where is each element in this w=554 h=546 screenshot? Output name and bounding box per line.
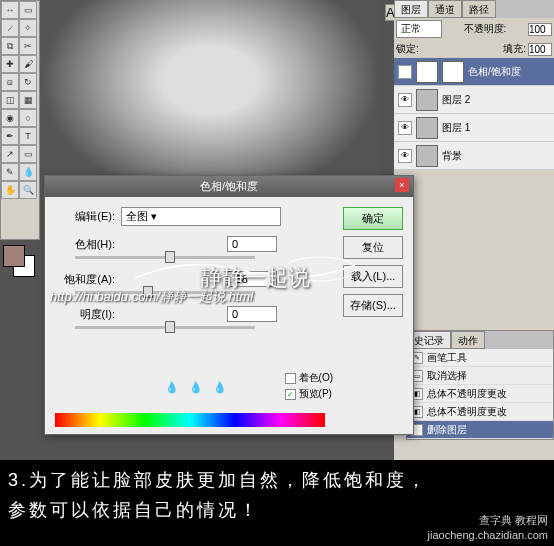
- blend-mode-select[interactable]: 正常: [396, 20, 442, 38]
- history-label: 总体不透明度更改: [427, 405, 507, 419]
- saturation-slider[interactable]: [75, 291, 255, 294]
- slider-thumb[interactable]: [165, 251, 175, 263]
- portrait-image: [40, 0, 380, 200]
- visibility-icon[interactable]: 👁: [398, 121, 412, 135]
- hue-spectrum-bar: [55, 413, 325, 427]
- gradient-tool[interactable]: ▦: [19, 91, 37, 109]
- opacity-input[interactable]: [528, 23, 552, 36]
- fill-label: 填充:: [503, 42, 526, 56]
- layer-row[interactable]: 👁 图层 1: [394, 114, 554, 142]
- history-item[interactable]: ◧总体不透明度更改: [407, 385, 553, 403]
- text-tool[interactable]: T: [19, 127, 37, 145]
- shape-tool[interactable]: ▭: [19, 145, 37, 163]
- colorize-checkbox[interactable]: [285, 373, 296, 384]
- lightness-input[interactable]: [227, 306, 277, 322]
- slider-thumb[interactable]: [165, 321, 175, 333]
- layer-row[interactable]: 👁 图层 2: [394, 86, 554, 114]
- layer-thumb[interactable]: [416, 89, 438, 111]
- crop-tool[interactable]: ⧉: [1, 37, 19, 55]
- eyedropper-minus-icon[interactable]: 💧: [213, 381, 229, 397]
- history-label: 总体不透明度更改: [427, 387, 507, 401]
- document-canvas[interactable]: [40, 0, 380, 200]
- fill-input[interactable]: [528, 43, 552, 56]
- layer-name: 图层 2: [442, 93, 470, 107]
- tab-paths[interactable]: 路径: [462, 0, 496, 18]
- history-item[interactable]: ◧总体不透明度更改: [407, 403, 553, 421]
- preview-checkbox[interactable]: ✓: [285, 389, 296, 400]
- caption-line-1: 3.为了能让脸部皮肤更加自然，降低饱和度，: [8, 468, 546, 492]
- history-item[interactable]: ▭取消选择: [407, 367, 553, 385]
- layer-thumb[interactable]: [416, 117, 438, 139]
- caption-credit: 查字典 教程网 jiaocheng.chazidian.com: [428, 513, 548, 542]
- lightness-label: 明度(I):: [55, 307, 115, 322]
- cancel-button[interactable]: 复位: [343, 236, 403, 259]
- hue-label: 色相(H):: [55, 237, 115, 252]
- pen-tool[interactable]: ✒: [1, 127, 19, 145]
- layer-row[interactable]: 👁 色相/饱和度: [394, 58, 554, 86]
- history-brush-tool[interactable]: ↻: [19, 73, 37, 91]
- fg-color-swatch[interactable]: [3, 245, 25, 267]
- path-tool[interactable]: ↗: [1, 145, 19, 163]
- visibility-icon[interactable]: 👁: [398, 93, 412, 107]
- dodge-tool[interactable]: ○: [19, 109, 37, 127]
- dialog-title-text: 色相/饱和度: [200, 180, 258, 192]
- dialog-titlebar[interactable]: 色相/饱和度 ×: [45, 176, 413, 197]
- history-list: ✎画笔工具 ▭取消选择 ◧总体不透明度更改 ◧总体不透明度更改 🗑删除图层: [407, 349, 553, 439]
- toolbox: ↔ ▭ ⟋ ✧ ⧉ ✂ ✚ 🖌 ⧇ ↻ ◫ ▦ ◉ ○ ✒ T ↗ ▭ ✎ 💧 …: [0, 0, 40, 240]
- wand-tool[interactable]: ✧: [19, 19, 37, 37]
- blur-tool[interactable]: ◉: [1, 109, 19, 127]
- lightness-slider[interactable]: [75, 326, 255, 329]
- layer-mask[interactable]: [442, 61, 464, 83]
- hue-saturation-dialog: 色相/饱和度 × 编辑(E): 全图 ▾ 色相(H): 饱和度(A): 明度(I…: [44, 175, 414, 435]
- tab-layers[interactable]: 图层: [394, 0, 428, 18]
- opacity-label: 不透明度:: [464, 22, 507, 36]
- eraser-tool[interactable]: ◫: [1, 91, 19, 109]
- tutorial-caption: 3.为了能让脸部皮肤更加自然，降低饱和度， 参数可以依据自己的情况！ 查字典 教…: [0, 462, 554, 546]
- notes-tool[interactable]: ✎: [1, 163, 19, 181]
- history-label: 画笔工具: [427, 351, 467, 365]
- history-label: 删除图层: [427, 423, 467, 437]
- layer-name: 图层 1: [442, 121, 470, 135]
- load-button[interactable]: 载入(L)...: [343, 265, 403, 288]
- slice-tool[interactable]: ✂: [19, 37, 37, 55]
- layers-panel-tabs: 图层 通道 路径: [394, 0, 554, 18]
- preview-label: 预览(P): [299, 387, 332, 401]
- layer-list: 👁 色相/饱和度 👁 图层 2 👁 图层 1 👁 背景: [394, 58, 554, 170]
- eyedropper-group: 💧 💧 💧: [165, 381, 229, 397]
- history-panel: 史记录 动作 ✎画笔工具 ▭取消选择 ◧总体不透明度更改 ◧总体不透明度更改 🗑…: [406, 330, 554, 440]
- layer-thumb[interactable]: [416, 61, 438, 83]
- eyedropper-icon[interactable]: 💧: [165, 381, 181, 397]
- color-swatches[interactable]: [3, 245, 37, 279]
- save-button[interactable]: 存储(S)...: [343, 294, 403, 317]
- layer-name: 色相/饱和度: [468, 65, 521, 79]
- brush-tool[interactable]: 🖌: [19, 55, 37, 73]
- eyedropper-tool[interactable]: 💧: [19, 163, 37, 181]
- lasso-tool[interactable]: ⟋: [1, 19, 19, 37]
- tab-channels[interactable]: 通道: [428, 0, 462, 18]
- layer-name: 背景: [442, 149, 462, 163]
- eyedropper-plus-icon[interactable]: 💧: [189, 381, 205, 397]
- visibility-icon[interactable]: 👁: [398, 65, 412, 79]
- marquee-tool[interactable]: ▭: [19, 1, 37, 19]
- stamp-tool[interactable]: ⧇: [1, 73, 19, 91]
- heal-tool[interactable]: ✚: [1, 55, 19, 73]
- layer-thumb[interactable]: [416, 145, 438, 167]
- edit-select[interactable]: 全图 ▾: [121, 207, 281, 226]
- move-tool[interactable]: ↔: [1, 1, 19, 19]
- close-icon[interactable]: ×: [395, 178, 409, 192]
- saturation-input[interactable]: [227, 271, 277, 287]
- tab-actions[interactable]: 动作: [451, 331, 485, 349]
- lock-label: 锁定:: [396, 42, 419, 56]
- hue-slider[interactable]: [75, 256, 255, 259]
- edit-label: 编辑(E):: [55, 209, 115, 224]
- zoom-tool[interactable]: 🔍: [19, 181, 37, 199]
- visibility-icon[interactable]: 👁: [398, 149, 412, 163]
- slider-thumb[interactable]: [143, 286, 153, 298]
- hand-tool[interactable]: ✋: [1, 181, 19, 199]
- colorize-label: 着色(O): [299, 371, 333, 385]
- layer-row[interactable]: 👁 背景: [394, 142, 554, 170]
- history-item[interactable]: ✎画笔工具: [407, 349, 553, 367]
- hue-input[interactable]: [227, 236, 277, 252]
- ok-button[interactable]: 确定: [343, 207, 403, 230]
- history-item[interactable]: 🗑删除图层: [407, 421, 553, 439]
